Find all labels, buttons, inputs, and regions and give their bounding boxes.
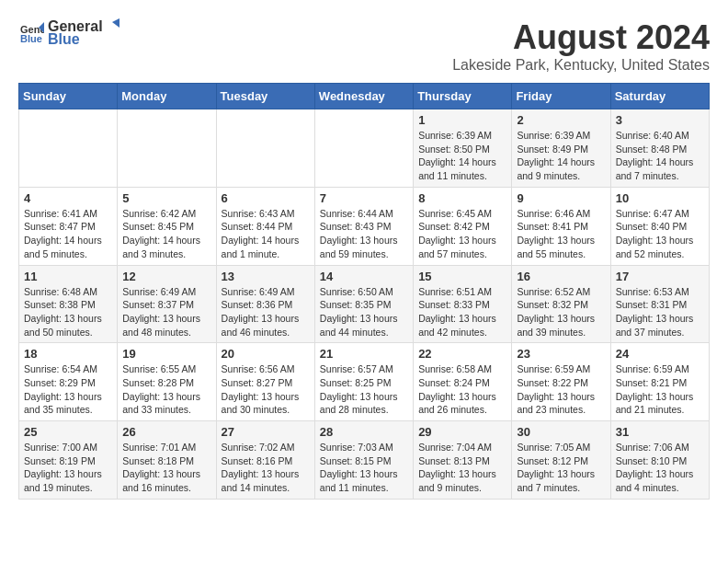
day-info: Sunrise: 6:55 AM Sunset: 8:28 PM Dayligh… xyxy=(122,362,210,417)
calendar-cell: 19Sunrise: 6:55 AM Sunset: 8:28 PM Dayli… xyxy=(118,343,216,421)
day-number: 27 xyxy=(222,425,310,439)
day-number: 12 xyxy=(122,270,210,283)
day-info: Sunrise: 6:49 AM Sunset: 8:36 PM Dayligh… xyxy=(222,285,310,339)
day-number: 25 xyxy=(24,425,112,439)
day-info: Sunrise: 6:44 AM Sunset: 8:43 PM Dayligh… xyxy=(320,207,408,261)
day-info: Sunrise: 6:42 AM Sunset: 8:45 PM Dayligh… xyxy=(122,207,210,261)
logo-bird-icon xyxy=(103,18,119,35)
day-info: Sunrise: 7:01 AM Sunset: 8:18 PM Dayligh… xyxy=(122,441,210,495)
day-info: Sunrise: 7:06 AM Sunset: 8:10 PM Dayligh… xyxy=(616,441,704,495)
day-number: 10 xyxy=(616,191,704,205)
header-saturday: Saturday xyxy=(610,84,709,109)
calendar-week-row: 4Sunrise: 6:41 AM Sunset: 8:47 PM Daylig… xyxy=(19,187,710,265)
calendar-cell: 29Sunrise: 7:04 AM Sunset: 8:13 PM Dayli… xyxy=(414,421,512,500)
calendar-cell: 9Sunrise: 6:46 AM Sunset: 8:41 PM Daylig… xyxy=(512,187,610,265)
calendar-cell: 25Sunrise: 7:00 AM Sunset: 8:19 PM Dayli… xyxy=(19,421,118,500)
svg-marker-3 xyxy=(112,18,119,28)
day-number: 31 xyxy=(616,425,704,439)
day-number: 14 xyxy=(320,270,408,283)
calendar-cell: 17Sunrise: 6:53 AM Sunset: 8:31 PM Dayli… xyxy=(610,265,709,343)
calendar-cell: 23Sunrise: 6:59 AM Sunset: 8:22 PM Dayli… xyxy=(512,343,610,421)
logo-icon: General Blue xyxy=(18,20,44,46)
day-number: 2 xyxy=(517,113,605,127)
day-info: Sunrise: 7:05 AM Sunset: 8:12 PM Dayligh… xyxy=(517,441,605,495)
calendar-cell: 6Sunrise: 6:43 AM Sunset: 8:44 PM Daylig… xyxy=(216,187,314,265)
calendar-cell: 15Sunrise: 6:51 AM Sunset: 8:33 PM Dayli… xyxy=(414,265,512,343)
day-number: 24 xyxy=(616,347,704,361)
calendar-cell: 24Sunrise: 6:59 AM Sunset: 8:21 PM Dayli… xyxy=(610,343,709,421)
calendar-cell: 11Sunrise: 6:48 AM Sunset: 8:38 PM Dayli… xyxy=(19,265,118,343)
day-number: 23 xyxy=(517,347,605,361)
day-info: Sunrise: 6:52 AM Sunset: 8:32 PM Dayligh… xyxy=(517,285,605,339)
calendar-cell: 30Sunrise: 7:05 AM Sunset: 8:12 PM Dayli… xyxy=(512,421,610,500)
day-info: Sunrise: 7:04 AM Sunset: 8:13 PM Dayligh… xyxy=(418,441,506,495)
day-number: 4 xyxy=(24,191,112,205)
day-number: 20 xyxy=(222,347,310,361)
calendar-cell xyxy=(118,109,216,188)
day-info: Sunrise: 7:02 AM Sunset: 8:16 PM Dayligh… xyxy=(222,441,310,495)
calendar-cell: 7Sunrise: 6:44 AM Sunset: 8:43 PM Daylig… xyxy=(314,187,413,265)
day-number: 6 xyxy=(222,191,310,205)
header-wednesday: Wednesday xyxy=(314,84,413,109)
day-info: Sunrise: 6:49 AM Sunset: 8:37 PM Dayligh… xyxy=(122,285,210,339)
day-info: Sunrise: 6:41 AM Sunset: 8:47 PM Dayligh… xyxy=(24,207,112,261)
calendar-cell: 16Sunrise: 6:52 AM Sunset: 8:32 PM Dayli… xyxy=(512,265,610,343)
day-info: Sunrise: 6:46 AM Sunset: 8:41 PM Dayligh… xyxy=(517,207,605,261)
page-header: General Blue General Blue August 2024 La… xyxy=(18,18,710,74)
day-info: Sunrise: 7:03 AM Sunset: 8:15 PM Dayligh… xyxy=(320,441,408,495)
day-number: 28 xyxy=(320,425,408,439)
day-info: Sunrise: 6:45 AM Sunset: 8:42 PM Dayligh… xyxy=(418,207,506,261)
calendar-cell: 31Sunrise: 7:06 AM Sunset: 8:10 PM Dayli… xyxy=(610,421,709,500)
day-number: 9 xyxy=(517,191,605,205)
day-info: Sunrise: 6:56 AM Sunset: 8:27 PM Dayligh… xyxy=(222,362,310,417)
calendar-cell: 1Sunrise: 6:39 AM Sunset: 8:50 PM Daylig… xyxy=(414,109,512,188)
calendar-cell: 20Sunrise: 6:56 AM Sunset: 8:27 PM Dayli… xyxy=(216,343,314,421)
calendar-cell: 3Sunrise: 6:40 AM Sunset: 8:48 PM Daylig… xyxy=(610,109,709,188)
day-info: Sunrise: 6:40 AM Sunset: 8:48 PM Dayligh… xyxy=(616,129,704,183)
day-info: Sunrise: 6:59 AM Sunset: 8:22 PM Dayligh… xyxy=(517,362,605,417)
day-number: 5 xyxy=(122,191,210,205)
day-number: 15 xyxy=(418,270,506,283)
calendar-cell xyxy=(314,109,413,188)
day-info: Sunrise: 6:51 AM Sunset: 8:33 PM Dayligh… xyxy=(418,285,506,339)
calendar-cell: 26Sunrise: 7:01 AM Sunset: 8:18 PM Dayli… xyxy=(118,421,216,500)
day-info: Sunrise: 6:53 AM Sunset: 8:31 PM Dayligh… xyxy=(616,285,704,339)
day-number: 3 xyxy=(616,113,704,127)
calendar-cell: 8Sunrise: 6:45 AM Sunset: 8:42 PM Daylig… xyxy=(414,187,512,265)
calendar-cell: 13Sunrise: 6:49 AM Sunset: 8:36 PM Dayli… xyxy=(216,265,314,343)
day-info: Sunrise: 6:57 AM Sunset: 8:25 PM Dayligh… xyxy=(320,362,408,417)
day-info: Sunrise: 6:58 AM Sunset: 8:24 PM Dayligh… xyxy=(418,362,506,417)
calendar-cell: 28Sunrise: 7:03 AM Sunset: 8:15 PM Dayli… xyxy=(314,421,413,500)
calendar-cell xyxy=(216,109,314,188)
calendar-header-row: SundayMondayTuesdayWednesdayThursdayFrid… xyxy=(19,84,710,109)
header-sunday: Sunday xyxy=(19,84,118,109)
day-number: 30 xyxy=(517,425,605,439)
calendar-cell: 10Sunrise: 6:47 AM Sunset: 8:40 PM Dayli… xyxy=(610,187,709,265)
calendar-cell xyxy=(19,109,118,188)
calendar-week-row: 18Sunrise: 6:54 AM Sunset: 8:29 PM Dayli… xyxy=(19,343,710,421)
day-info: Sunrise: 6:54 AM Sunset: 8:29 PM Dayligh… xyxy=(24,362,112,417)
day-number: 8 xyxy=(418,191,506,205)
calendar-cell: 21Sunrise: 6:57 AM Sunset: 8:25 PM Dayli… xyxy=(314,343,413,421)
day-info: Sunrise: 6:47 AM Sunset: 8:40 PM Dayligh… xyxy=(616,207,704,261)
calendar-table: SundayMondayTuesdayWednesdayThursdayFrid… xyxy=(18,83,710,500)
day-info: Sunrise: 6:39 AM Sunset: 8:50 PM Dayligh… xyxy=(418,129,506,183)
calendar-cell: 18Sunrise: 6:54 AM Sunset: 8:29 PM Dayli… xyxy=(19,343,118,421)
title-area: August 2024 Lakeside Park, Kentucky, Uni… xyxy=(452,18,710,74)
page-subtitle: Lakeside Park, Kentucky, United States xyxy=(452,57,710,74)
svg-text:Blue: Blue xyxy=(20,33,42,44)
calendar-cell: 12Sunrise: 6:49 AM Sunset: 8:37 PM Dayli… xyxy=(118,265,216,343)
calendar-week-row: 11Sunrise: 6:48 AM Sunset: 8:38 PM Dayli… xyxy=(19,265,710,343)
calendar-week-row: 25Sunrise: 7:00 AM Sunset: 8:19 PM Dayli… xyxy=(19,421,710,500)
calendar-cell: 14Sunrise: 6:50 AM Sunset: 8:35 PM Dayli… xyxy=(314,265,413,343)
day-number: 21 xyxy=(320,347,408,361)
calendar-cell: 5Sunrise: 6:42 AM Sunset: 8:45 PM Daylig… xyxy=(118,187,216,265)
day-number: 7 xyxy=(320,191,408,205)
day-info: Sunrise: 6:50 AM Sunset: 8:35 PM Dayligh… xyxy=(320,285,408,339)
day-info: Sunrise: 6:43 AM Sunset: 8:44 PM Dayligh… xyxy=(222,207,310,261)
day-number: 13 xyxy=(222,270,310,283)
day-number: 17 xyxy=(616,270,704,283)
calendar-cell: 27Sunrise: 7:02 AM Sunset: 8:16 PM Dayli… xyxy=(216,421,314,500)
day-number: 22 xyxy=(418,347,506,361)
header-monday: Monday xyxy=(118,84,216,109)
